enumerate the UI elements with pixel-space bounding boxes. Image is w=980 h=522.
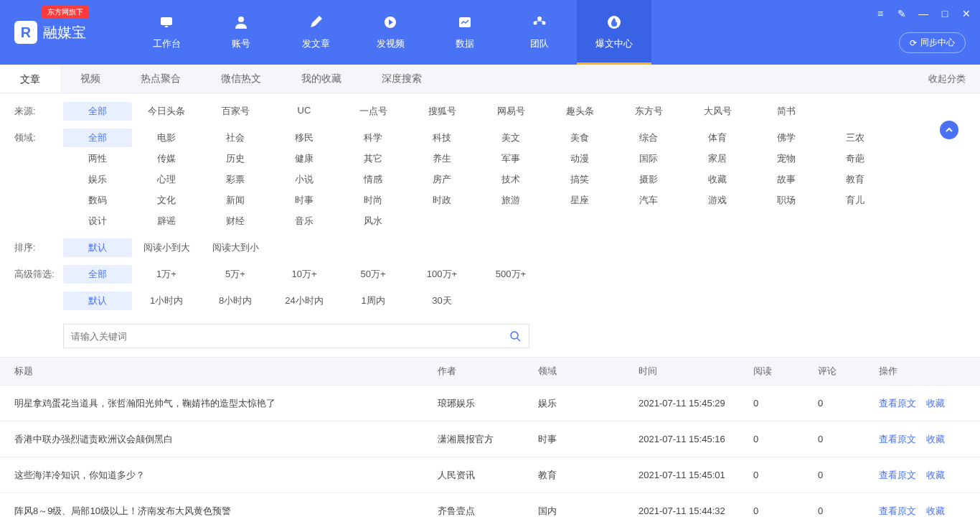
view-original-link[interactable]: 查看原文 xyxy=(879,505,916,516)
filter-option[interactable]: 电影 xyxy=(132,129,201,147)
filter-option[interactable]: 全部 xyxy=(63,102,132,121)
favorite-link[interactable]: 收藏 xyxy=(926,434,945,444)
filter-option[interactable]: 三农 xyxy=(821,129,890,147)
tab-item[interactable]: 热点聚合 xyxy=(121,65,201,93)
filter-option[interactable]: 时事 xyxy=(270,191,339,210)
filter-option[interactable]: 全部 xyxy=(63,265,132,284)
filter-option[interactable]: 100万+ xyxy=(407,265,476,284)
filter-option[interactable]: 搜狐号 xyxy=(407,102,476,121)
filter-option[interactable]: 汽车 xyxy=(614,191,683,210)
tab-item[interactable]: 文章 xyxy=(0,65,60,93)
filter-option[interactable]: 财经 xyxy=(201,212,270,230)
filter-option[interactable]: 简书 xyxy=(752,102,821,121)
view-original-link[interactable]: 查看原文 xyxy=(879,470,916,480)
collapse-domain-icon[interactable] xyxy=(940,121,958,139)
filter-option[interactable]: 科技 xyxy=(407,129,476,147)
filter-option[interactable]: 两性 xyxy=(63,149,132,168)
filter-option[interactable]: 时政 xyxy=(407,191,476,210)
filter-option[interactable]: 移民 xyxy=(270,129,339,147)
filter-option[interactable]: 宠物 xyxy=(752,149,821,168)
filter-option[interactable]: 收藏 xyxy=(683,170,752,189)
nav-item-chart[interactable]: 数据 xyxy=(428,0,502,65)
filter-option[interactable]: 彩票 xyxy=(201,170,270,189)
filter-option[interactable]: 一点号 xyxy=(339,102,407,121)
favorite-link[interactable]: 收藏 xyxy=(926,505,945,516)
filter-option[interactable]: 文化 xyxy=(132,191,201,210)
filter-option[interactable]: 传媒 xyxy=(132,149,201,168)
filter-option[interactable]: 星座 xyxy=(545,191,614,210)
filter-option[interactable]: 搞笑 xyxy=(545,170,614,189)
filter-option[interactable]: 30天 xyxy=(407,292,476,310)
search-input[interactable] xyxy=(71,331,509,342)
filter-option[interactable]: 风水 xyxy=(339,212,407,230)
filter-option[interactable]: 职场 xyxy=(752,191,821,210)
filter-option[interactable]: UC xyxy=(270,102,339,121)
filter-option[interactable]: 新闻 xyxy=(201,191,270,210)
filter-option[interactable]: 1周内 xyxy=(339,292,407,310)
cell-title[interactable]: 阵风8～9级、局部10级以上！济南发布大风黄色预警 xyxy=(14,505,438,518)
search-icon[interactable] xyxy=(509,330,522,342)
filter-option[interactable]: 娱乐 xyxy=(63,170,132,189)
filter-option[interactable]: 50万+ xyxy=(339,265,407,284)
filter-option[interactable]: 心理 xyxy=(132,170,201,189)
filter-option[interactable]: 动漫 xyxy=(545,149,614,168)
filter-option[interactable]: 家居 xyxy=(683,149,752,168)
filter-option[interactable]: 默认 xyxy=(63,292,132,310)
filter-option[interactable]: 美文 xyxy=(476,129,545,147)
nav-item-fire[interactable]: 爆文中心 xyxy=(577,0,651,65)
filter-option[interactable]: 默认 xyxy=(63,238,132,257)
edit-icon[interactable]: ✎ xyxy=(895,7,908,20)
filter-option[interactable]: 数码 xyxy=(63,191,132,210)
minimize-icon[interactable]: — xyxy=(917,7,930,20)
filter-option[interactable]: 8小时内 xyxy=(201,292,270,310)
filter-option[interactable]: 500万+ xyxy=(476,265,545,284)
filter-option[interactable]: 军事 xyxy=(476,149,545,168)
filter-option[interactable]: 美食 xyxy=(545,129,614,147)
filter-option[interactable]: 5万+ xyxy=(201,265,270,284)
close-icon[interactable]: ✕ xyxy=(960,7,973,20)
filter-option[interactable]: 其它 xyxy=(339,149,407,168)
tab-item[interactable]: 深度搜索 xyxy=(362,65,442,93)
filter-option[interactable]: 大风号 xyxy=(683,102,752,121)
favorite-link[interactable]: 收藏 xyxy=(926,470,945,480)
filter-option[interactable]: 设计 xyxy=(63,212,132,230)
filter-option[interactable]: 1万+ xyxy=(132,265,201,284)
filter-option[interactable]: 国际 xyxy=(614,149,683,168)
filter-option[interactable]: 时尚 xyxy=(339,191,407,210)
filter-option[interactable]: 游戏 xyxy=(683,191,752,210)
filter-option[interactable]: 养生 xyxy=(407,149,476,168)
filter-option[interactable]: 10万+ xyxy=(270,265,339,284)
filter-option[interactable]: 百家号 xyxy=(201,102,270,121)
collapse-category-button[interactable]: 收起分类 xyxy=(914,65,980,93)
filter-option[interactable]: 1小时内 xyxy=(132,292,201,310)
filter-option[interactable]: 阅读小到大 xyxy=(132,238,201,257)
filter-option[interactable]: 健康 xyxy=(270,149,339,168)
tab-item[interactable]: 我的收藏 xyxy=(281,65,362,93)
filter-option[interactable]: 奇葩 xyxy=(821,149,890,168)
filter-option[interactable]: 故事 xyxy=(752,170,821,189)
view-original-link[interactable]: 查看原文 xyxy=(879,434,916,444)
cell-title[interactable]: 这些海洋冷知识，你知道多少？ xyxy=(14,469,438,482)
filter-option[interactable]: 教育 xyxy=(821,170,890,189)
filter-option[interactable]: 趣头条 xyxy=(545,102,614,121)
filter-option[interactable]: 摄影 xyxy=(614,170,683,189)
filter-option[interactable]: 情感 xyxy=(339,170,407,189)
filter-option[interactable]: 旅游 xyxy=(476,191,545,210)
filter-option[interactable]: 育儿 xyxy=(821,191,890,210)
filter-option[interactable]: 24小时内 xyxy=(270,292,339,310)
filter-option[interactable]: 东方号 xyxy=(614,102,683,121)
filter-option[interactable]: 综合 xyxy=(614,129,683,147)
filter-option[interactable]: 小说 xyxy=(270,170,339,189)
cell-title[interactable]: 香港中联办强烈谴责欧洲议会颠倒黑白 xyxy=(14,433,438,446)
nav-item-monitor[interactable]: 工作台 xyxy=(129,0,204,65)
filter-option[interactable]: 全部 xyxy=(63,129,132,147)
menu-icon[interactable]: ≡ xyxy=(874,7,887,20)
favorite-link[interactable]: 收藏 xyxy=(926,398,945,409)
filter-option[interactable]: 阅读大到小 xyxy=(201,238,270,257)
nav-item-team[interactable]: 团队 xyxy=(502,0,577,65)
view-original-link[interactable]: 查看原文 xyxy=(879,398,916,409)
filter-option[interactable]: 房产 xyxy=(407,170,476,189)
tab-item[interactable]: 视频 xyxy=(60,65,121,93)
filter-option[interactable]: 今日头条 xyxy=(132,102,201,121)
nav-item-user[interactable]: 账号 xyxy=(204,0,278,65)
